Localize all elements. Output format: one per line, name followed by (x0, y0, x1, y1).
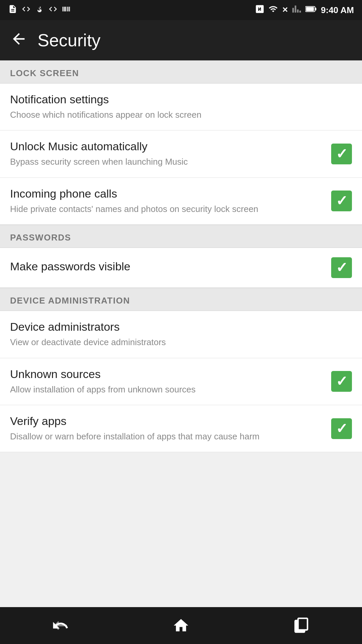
nav-recents-button[interactable] (288, 612, 315, 639)
verify-apps-checkbox[interactable]: ✓ (331, 418, 352, 439)
settings-item-unlock-music-subtitle: Bypass security screen when launching Mu… (10, 156, 321, 168)
status-time: 9:40 AM (321, 5, 354, 15)
battery-icon (305, 4, 317, 16)
settings-item-notification-settings-text: Notification settings Choose which notif… (10, 93, 352, 121)
section-header-device-administration: DEVICE ADMINISTRATION (0, 288, 362, 311)
wifi-icon (268, 4, 278, 16)
settings-item-notification-settings[interactable]: Notification settings Choose which notif… (0, 84, 362, 130)
status-bar-left-icons (8, 4, 71, 16)
settings-item-unlock-music-text: Unlock Music automatically Bypass securi… (10, 140, 331, 168)
back-button[interactable] (10, 30, 27, 50)
settings-item-verify-apps-text: Verify apps Disallow or warn before inst… (10, 415, 331, 442)
verify-apps-checkmark: ✓ (336, 422, 348, 436)
unlock-music-checkmark: ✓ (336, 147, 348, 161)
nav-home-button[interactable] (168, 612, 194, 639)
incoming-calls-checkmark: ✓ (336, 194, 348, 208)
settings-item-verify-apps-title: Verify apps (10, 415, 321, 428)
settings-item-unlock-music[interactable]: Unlock Music automatically Bypass securi… (0, 130, 362, 177)
settings-item-verify-apps-subtitle: Disallow or warn before installation of … (10, 430, 321, 442)
file-icon (8, 4, 17, 16)
section-header-device-administration-label: DEVICE ADMINISTRATION (10, 296, 130, 306)
nav-back-button[interactable] (47, 612, 74, 639)
settings-item-device-administrators[interactable]: Device administrators View or deactivate… (0, 311, 362, 358)
section-header-passwords-label: PASSWORDS (10, 232, 71, 243)
unknown-sources-checkmark: ✓ (336, 374, 348, 388)
svg-rect-2 (306, 7, 314, 11)
signal-bars-icon (292, 4, 301, 16)
settings-item-unknown-sources-subtitle: Allow installation of apps from unknown … (10, 383, 321, 395)
settings-item-notification-settings-title: Notification settings (10, 93, 342, 106)
settings-item-unknown-sources[interactable]: Unknown sources Allow installation of ap… (0, 358, 362, 405)
signal-icon: ✕ (282, 6, 288, 14)
unlock-music-checkbox[interactable]: ✓ (331, 144, 352, 164)
unknown-sources-checkbox[interactable]: ✓ (331, 371, 352, 392)
status-bar: ✕ 9:40 AM (0, 0, 362, 20)
section-header-lock-screen-label: LOCK SCREEN (10, 68, 79, 78)
settings-item-device-administrators-subtitle: View or deactivate device administrators (10, 336, 342, 348)
barcode-icon (62, 4, 71, 16)
nfc-icon (255, 4, 264, 16)
settings-item-device-administrators-text: Device administrators View or deactivate… (10, 320, 352, 348)
settings-item-unlock-music-title: Unlock Music automatically (10, 140, 321, 153)
settings-item-incoming-calls[interactable]: Incoming phone calls Hide private contac… (0, 178, 362, 225)
settings-item-notification-settings-subtitle: Choose which notifications appear on loc… (10, 109, 342, 121)
settings-content: LOCK SCREEN Notification settings Choose… (0, 60, 362, 607)
settings-item-make-passwords-visible-title: Make passwords visible (10, 260, 321, 273)
settings-item-incoming-calls-title: Incoming phone calls (10, 187, 321, 200)
settings-item-verify-apps[interactable]: Verify apps Disallow or warn before inst… (0, 405, 362, 452)
settings-item-incoming-calls-text: Incoming phone calls Hide private contac… (10, 187, 331, 215)
section-header-lock-screen: LOCK SCREEN (0, 60, 362, 84)
settings-item-make-passwords-visible-text: Make passwords visible (10, 260, 331, 276)
code2-icon (48, 4, 58, 16)
svg-rect-1 (315, 8, 316, 10)
section-header-passwords: PASSWORDS (0, 225, 362, 248)
settings-item-unknown-sources-title: Unknown sources (10, 368, 321, 381)
make-passwords-visible-checkmark: ✓ (336, 261, 348, 275)
svg-rect-4 (298, 618, 307, 630)
usb-icon (35, 4, 44, 16)
page-title: Security (38, 30, 101, 50)
settings-item-device-administrators-title: Device administrators (10, 320, 342, 333)
settings-item-make-passwords-visible[interactable]: Make passwords visible ✓ (0, 248, 362, 288)
make-passwords-visible-checkbox[interactable]: ✓ (331, 257, 352, 278)
bottom-nav (0, 607, 362, 644)
app-bar: Security (0, 20, 362, 60)
code-icon (21, 4, 31, 16)
settings-item-unknown-sources-text: Unknown sources Allow installation of ap… (10, 368, 331, 395)
status-bar-right-icons: ✕ 9:40 AM (255, 4, 354, 16)
settings-item-incoming-calls-subtitle: Hide private contacts' names and photos … (10, 203, 321, 215)
incoming-calls-checkbox[interactable]: ✓ (331, 191, 352, 211)
